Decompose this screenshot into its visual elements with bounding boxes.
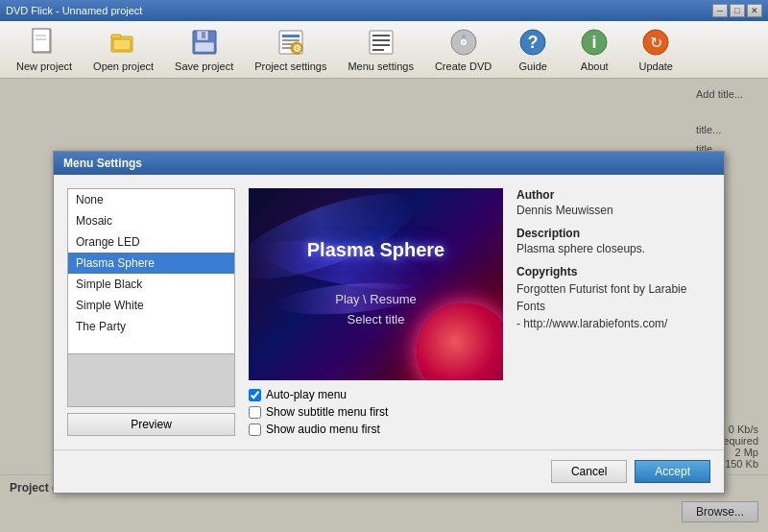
svg-rect-5 (111, 35, 121, 38)
update-button[interactable]: ↻ Update (627, 22, 684, 77)
svg-text:?: ? (528, 33, 539, 52)
menu-list-panel: None Mosaic Orange LED Plasma Sphere Sim… (67, 188, 235, 436)
copyrights-label: Copyrights (516, 265, 710, 278)
create-dvd-label: Create DVD (435, 60, 492, 72)
svg-point-25 (462, 40, 466, 44)
menu-preview-panel: Plasma Sphere Play \ ResumeSelect title … (249, 188, 503, 436)
minimize-button[interactable]: ─ (712, 4, 728, 17)
menu-settings-button[interactable]: Menu settings (339, 22, 421, 77)
main-area: Add title... title... title e up own t l… (0, 79, 768, 532)
create-dvd-icon (448, 27, 479, 58)
menu-list-empty-area (67, 354, 235, 407)
menu-settings-label: Menu settings (348, 60, 413, 72)
maximize-button[interactable]: □ (730, 4, 745, 17)
new-project-icon (29, 27, 60, 58)
title-bar: DVD Flick - Unnamed project ─ □ ✕ (0, 0, 768, 21)
svg-rect-13 (282, 39, 300, 41)
about-icon: i (579, 27, 610, 58)
window-title: DVD Flick - Unnamed project (6, 5, 712, 16)
cancel-button[interactable]: Cancel (551, 460, 627, 483)
show-subtitle-row: Show subtitle menu first (249, 405, 503, 419)
dialog-body: None Mosaic Orange LED Plasma Sphere Sim… (54, 175, 724, 449)
svg-rect-6 (113, 39, 131, 50)
show-subtitle-checkbox[interactable] (249, 406, 261, 419)
plasma-orb (417, 303, 503, 380)
show-audio-checkbox[interactable] (249, 423, 261, 436)
description-value: Plasma sphere closeups. (516, 242, 710, 255)
menu-settings-dialog: Menu Settings None Mosaic Orange LED Pla… (53, 151, 725, 494)
about-button[interactable]: i About (565, 22, 623, 77)
svg-text:↻: ↻ (650, 35, 662, 51)
save-project-icon (189, 27, 220, 58)
menu-info-panel: Author Dennis Meuwissen Description Plas… (516, 188, 710, 436)
close-button[interactable]: ✕ (747, 4, 762, 17)
auto-play-checkbox[interactable] (249, 389, 261, 401)
project-settings-button[interactable]: ⚙ Project settings (246, 22, 335, 77)
menu-item-plasma-sphere[interactable]: Plasma Sphere (68, 253, 234, 274)
project-settings-label: Project settings (254, 60, 326, 72)
update-label: Update (638, 60, 672, 72)
new-project-label: New project (16, 60, 72, 72)
preview-options: Auto-play menu Show subtitle menu first … (249, 388, 503, 436)
show-audio-label: Show audio menu first (266, 423, 380, 436)
dialog-title-text: Menu Settings (63, 157, 142, 170)
update-icon: ↻ (640, 27, 671, 58)
menu-item-simple-black[interactable]: Simple Black (68, 274, 234, 295)
svg-text:⚙: ⚙ (292, 43, 300, 54)
preview-image: Plasma Sphere Play \ ResumeSelect title (249, 188, 503, 380)
preview-button[interactable]: Preview (67, 413, 235, 436)
show-subtitle-label: Show subtitle menu first (266, 405, 388, 419)
svg-rect-19 (372, 35, 390, 36)
menu-list: None Mosaic Orange LED Plasma Sphere Sim… (67, 188, 235, 354)
copyrights-value: Forgotten Futurist font by Larabie Fonts… (516, 280, 710, 332)
show-audio-row: Show audio menu first (249, 423, 503, 436)
dialog-footer: Cancel Accept (54, 449, 724, 493)
save-project-label: Save project (175, 60, 233, 72)
svg-rect-21 (372, 44, 390, 46)
toolbar: New project Open project Save project (0, 21, 768, 79)
preview-title: Plasma Sphere (307, 239, 444, 261)
svg-text:i: i (592, 33, 597, 52)
save-project-button[interactable]: Save project (166, 22, 242, 77)
about-label: About (581, 60, 609, 72)
svg-rect-9 (195, 42, 214, 52)
author-label: Author (516, 188, 710, 202)
window-controls: ─ □ ✕ (712, 4, 762, 17)
author-value: Dennis Meuwissen (516, 204, 710, 217)
menu-item-orange-led[interactable]: Orange LED (68, 231, 234, 253)
svg-rect-1 (33, 29, 50, 52)
preview-menu-items: Play \ ResumeSelect title (335, 290, 417, 330)
open-project-icon (108, 27, 139, 58)
guide-label: Guide (519, 60, 547, 72)
menu-settings-icon (366, 27, 396, 58)
svg-rect-22 (372, 49, 384, 51)
menu-item-none[interactable]: None (68, 189, 234, 210)
description-label: Description (516, 227, 710, 240)
dialog-title-bar: Menu Settings (54, 152, 724, 175)
auto-play-label: Auto-play menu (266, 388, 347, 401)
guide-icon: ? (517, 27, 548, 58)
menu-item-mosaic[interactable]: Mosaic (68, 210, 234, 231)
svg-point-27 (462, 35, 466, 38)
accept-button[interactable]: Accept (635, 460, 710, 483)
svg-rect-10 (202, 32, 205, 38)
open-project-label: Open project (93, 60, 154, 72)
new-project-button[interactable]: New project (8, 22, 81, 77)
create-dvd-button[interactable]: Create DVD (426, 22, 500, 77)
svg-rect-20 (372, 39, 390, 41)
open-project-button[interactable]: Open project (84, 22, 162, 77)
svg-rect-12 (282, 35, 300, 37)
menu-item-the-party[interactable]: The Party (68, 316, 234, 337)
auto-play-row: Auto-play menu (249, 388, 503, 401)
menu-item-simple-white[interactable]: Simple White (68, 295, 234, 316)
project-settings-icon: ⚙ (276, 27, 306, 58)
guide-button[interactable]: ? Guide (504, 22, 562, 77)
